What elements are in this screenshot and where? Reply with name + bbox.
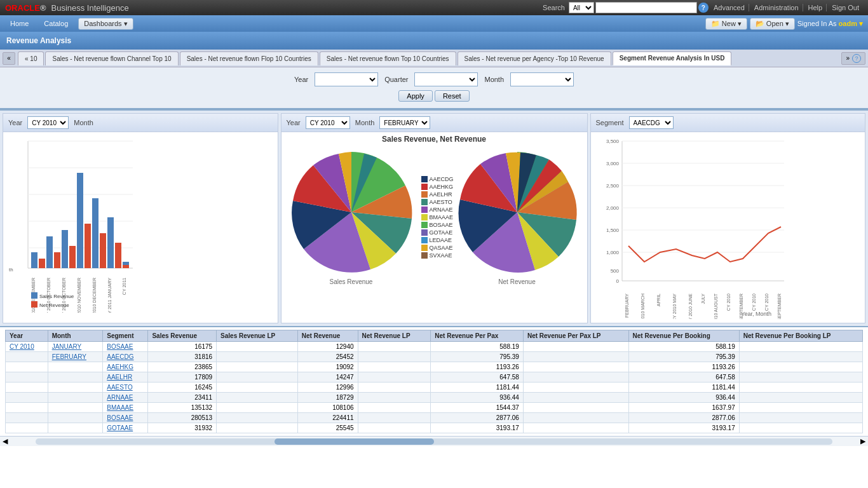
tab-segment[interactable]: Segment Revenue Analysis In USD bbox=[613, 51, 732, 65]
th-label: th bbox=[9, 267, 13, 273]
legend-qasaae-label: QASAAE bbox=[430, 245, 453, 251]
legend-aaelhr: AAELHR bbox=[421, 191, 454, 198]
new-btn[interactable]: 📁 New ▾ bbox=[705, 18, 747, 30]
cell-year bbox=[6, 362, 48, 372]
tab-back-btn[interactable]: « bbox=[3, 52, 15, 65]
legend-aaehkg-color bbox=[421, 184, 428, 190]
th-net-per-booking-lp: Net Revenue Per Booking LP bbox=[739, 330, 862, 342]
cell-month bbox=[48, 423, 103, 433]
cell-segment[interactable]: BOSAAE bbox=[103, 413, 148, 423]
line-chart-path bbox=[628, 227, 781, 262]
cell-net-per-pax-lp bbox=[523, 403, 628, 413]
year-filter-select[interactable] bbox=[315, 72, 378, 86]
cell-net-per-booking: 1181.44 bbox=[628, 383, 739, 393]
cell-net-rev: 14247 bbox=[297, 372, 358, 383]
cell-sales-rev: 16175 bbox=[148, 342, 217, 352]
top-nav-right: Search All ? Advanced Administration Hel… bbox=[543, 2, 863, 13]
reset-button[interactable]: Reset bbox=[435, 90, 470, 102]
th-net-rev: Net Revenue bbox=[297, 330, 358, 342]
bar-net-oct2 bbox=[69, 246, 76, 268]
catalog-link[interactable]: Catalog bbox=[39, 18, 73, 29]
cell-year bbox=[6, 413, 48, 423]
legend-qasaae: QASAAE bbox=[421, 245, 454, 251]
th-month: Month bbox=[48, 330, 103, 342]
dashboards-label: Dashboards bbox=[84, 20, 121, 27]
table-header: Year Month Segment Sales Revenue Sales R… bbox=[6, 330, 863, 342]
cell-net-per-booking-lp bbox=[739, 362, 862, 372]
legend-gotaae: GOTAAE bbox=[421, 229, 454, 236]
segment-select[interactable]: AAECDG bbox=[629, 116, 674, 129]
scroll-left-btn[interactable]: ◀ bbox=[0, 437, 10, 445]
table-row: GOTAAE 31932 25545 3193.17 3193.17 bbox=[6, 423, 863, 433]
cell-net-rev: 224411 bbox=[297, 413, 358, 423]
center-year-select[interactable]: CY 2010 bbox=[306, 116, 350, 129]
advanced-link[interactable]: Advanced bbox=[710, 4, 749, 11]
cell-segment[interactable]: ARNAAE bbox=[103, 393, 148, 403]
tab-top10[interactable]: Sales - Net revenue flown Top 10 Countri… bbox=[320, 51, 456, 65]
cell-segment[interactable]: BMAAAE bbox=[103, 403, 148, 413]
cell-month[interactable]: FEBRUARY bbox=[48, 352, 103, 362]
scrollbar-thumb[interactable] bbox=[275, 438, 434, 445]
table-row: AAEHKG 23865 19092 1193.26 1193.26 bbox=[6, 362, 863, 372]
cell-sales-rev: 31932 bbox=[148, 423, 217, 433]
cell-net-per-booking-lp bbox=[739, 352, 862, 362]
legend-aaecdg-label: AAECDG bbox=[430, 176, 454, 182]
tab-flop[interactable]: Sales - Net revenue flown Flop 10 Countr… bbox=[180, 51, 318, 65]
search-input[interactable] bbox=[595, 2, 697, 13]
left-year-select[interactable]: CY 2010 bbox=[27, 116, 69, 129]
filter-row: Year Quarter Month bbox=[0, 72, 868, 86]
pie-chart-area: Sales Revenue, Net Revenue bbox=[281, 132, 587, 288]
administration-link[interactable]: Administration bbox=[750, 4, 803, 11]
signout-link[interactable]: Sign Out bbox=[828, 4, 863, 11]
cell-year[interactable]: CY 2010 bbox=[6, 342, 48, 352]
center-month-select[interactable]: FEBRUARY bbox=[379, 116, 430, 129]
cell-net-per-pax: 1181.44 bbox=[431, 383, 524, 393]
cell-segment[interactable]: AAELHR bbox=[103, 372, 148, 383]
apply-button[interactable]: Apply bbox=[398, 90, 433, 102]
scroll-right-btn[interactable]: ▶ bbox=[858, 437, 868, 445]
open-btn[interactable]: 📂 Open ▾ bbox=[750, 18, 795, 30]
tab-more-btn[interactable]: » ? bbox=[841, 52, 865, 65]
cell-month bbox=[48, 393, 103, 403]
cell-month[interactable]: JANUARY bbox=[48, 342, 103, 352]
cell-segment[interactable]: AAESTO bbox=[103, 383, 148, 393]
th-net-per-pax: Net Revenue Per Pax bbox=[431, 330, 524, 342]
line-chart-area: 3,500 3,000 2,500 2,000 1,500 1,000 500 … bbox=[591, 132, 865, 323]
cell-net-per-pax: 2877.06 bbox=[431, 413, 524, 423]
home-link[interactable]: Home bbox=[5, 18, 34, 29]
cell-net-per-booking: 1193.26 bbox=[628, 362, 739, 372]
right-panel-controls: Segment AAECDG bbox=[591, 114, 865, 132]
horizontal-scrollbar[interactable] bbox=[36, 438, 832, 445]
open-label: Open bbox=[766, 20, 783, 27]
tab-channel[interactable]: Sales - Net revenue flown Channel Top 10 bbox=[45, 51, 178, 65]
bar-chart-area: CY 2010 SEPTEMBER CY 2010 OCTOBER CY 201… bbox=[3, 132, 278, 323]
cell-net-per-pax-lp bbox=[523, 352, 628, 362]
cell-segment[interactable]: AAECDG bbox=[103, 352, 148, 362]
net-revenue-pie: Net Revenue bbox=[454, 149, 581, 285]
cell-net-per-booking: 647.58 bbox=[628, 372, 739, 383]
month-filter-select[interactable] bbox=[510, 72, 574, 86]
cell-net-per-booking: 1637.97 bbox=[628, 403, 739, 413]
header-row: Year Month Segment Sales Revenue Sales R… bbox=[6, 330, 863, 342]
search-dropdown[interactable]: All bbox=[569, 2, 594, 13]
sales-pie-svg bbox=[288, 149, 415, 276]
help-circle-icon[interactable]: ? bbox=[698, 3, 709, 13]
th-segment: Segment bbox=[103, 330, 148, 342]
cell-segment[interactable]: AAEHKG bbox=[103, 362, 148, 372]
svg-text:1,000: 1,000 bbox=[606, 250, 619, 255]
quarter-filter-select[interactable] bbox=[414, 72, 478, 86]
tab-agency[interactable]: Sales - Net revenue per Agency -Top 10 R… bbox=[458, 51, 611, 65]
help-link[interactable]: Help bbox=[804, 4, 827, 11]
tab-10[interactable]: « 10 bbox=[18, 51, 44, 65]
main-sections: Year CY 2010 Month bbox=[0, 109, 868, 326]
legend-bmaaae: BMAAAE bbox=[421, 214, 454, 220]
cell-net-per-booking-lp bbox=[739, 342, 862, 352]
cell-month bbox=[48, 372, 103, 383]
dashboards-btn[interactable]: Dashboards ▾ bbox=[78, 18, 133, 30]
cell-segment[interactable]: GOTAAE bbox=[103, 423, 148, 433]
username: oadm bbox=[839, 20, 857, 27]
cell-net-rev-lp bbox=[358, 393, 431, 403]
cell-segment[interactable]: BOSAAE bbox=[103, 342, 148, 352]
cell-net-per-booking: 3193.17 bbox=[628, 423, 739, 433]
cell-net-rev: 12996 bbox=[297, 383, 358, 393]
